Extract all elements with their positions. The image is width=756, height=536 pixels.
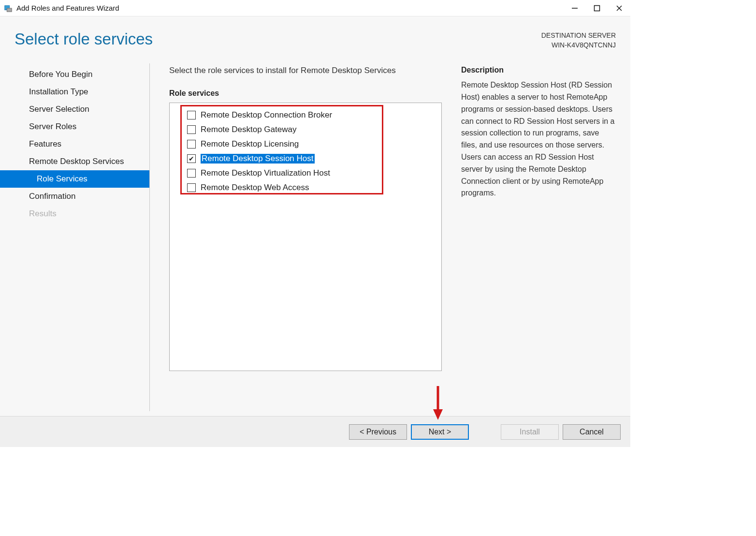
body: Before You BeginInstallation TypeServer … [0, 59, 630, 416]
footer: < Previous Next > Install Cancel [0, 416, 630, 447]
svg-rect-3 [595, 5, 600, 11]
svg-rect-1 [7, 8, 12, 12]
role-service-label: Remote Desktop Connection Broker [201, 110, 332, 120]
window-controls [564, 0, 630, 16]
role-service-item[interactable]: Remote Desktop Gateway [187, 123, 436, 136]
role-service-label: Remote Desktop Web Access [201, 183, 309, 193]
role-service-label: Remote Desktop Licensing [201, 139, 299, 149]
role-services-list[interactable]: Remote Desktop Connection BrokerRemote D… [169, 103, 442, 371]
role-service-item[interactable]: Remote Desktop Licensing [187, 138, 436, 150]
cancel-button[interactable]: Cancel [563, 424, 621, 440]
sidebar-item[interactable]: Before You Begin [0, 66, 150, 83]
sidebar-item[interactable]: Role Services [0, 170, 150, 188]
description-label: Description [461, 66, 616, 74]
window-title: Add Roles and Features Wizard [16, 4, 119, 12]
window-icon [4, 4, 13, 13]
sidebar-item[interactable]: Features [0, 135, 150, 153]
close-button[interactable] [608, 0, 630, 16]
checkbox[interactable] [187, 111, 196, 119]
role-services-label: Role services [169, 89, 442, 98]
minimize-button[interactable] [564, 0, 586, 16]
checkbox[interactable] [187, 169, 196, 178]
sidebar-item[interactable]: Confirmation [0, 188, 150, 205]
wizard-window: Add Roles and Features Wizard Select rol… [0, 0, 630, 447]
previous-button[interactable]: < Previous [349, 424, 407, 440]
titlebar: Add Roles and Features Wizard [0, 0, 630, 16]
sidebar-item[interactable]: Installation Type [0, 83, 150, 101]
checkbox[interactable] [187, 125, 196, 134]
role-service-label: Remote Desktop Gateway [201, 125, 296, 134]
sidebar-item[interactable]: Remote Desktop Services [0, 153, 150, 170]
description-text: Remote Desktop Session Host (RD Session … [461, 79, 616, 199]
role-service-item[interactable]: Remote Desktop Connection Broker [187, 109, 436, 121]
next-button[interactable]: Next > [411, 424, 469, 440]
install-button: Install [501, 424, 559, 440]
sidebar-item: Results [0, 205, 150, 223]
instruction-text: Select the role services to install for … [169, 66, 442, 75]
sidebar-item[interactable]: Server Roles [0, 118, 150, 135]
role-service-label: Remote Desktop Session Host [201, 154, 315, 164]
destination-server-info: DESTINATION SERVER WIN-K4V8QNTCNNJ [541, 30, 616, 50]
destination-label: DESTINATION SERVER [541, 31, 616, 41]
role-service-item[interactable]: Remote Desktop Virtualization Host [187, 167, 436, 179]
page-title: Select role services [15, 30, 153, 48]
main-content: Select the role services to install for … [150, 59, 630, 416]
sidebar: Before You BeginInstallation TypeServer … [0, 59, 150, 416]
role-service-label: Remote Desktop Virtualization Host [201, 168, 330, 178]
sidebar-item[interactable]: Server Selection [0, 101, 150, 118]
checkbox[interactable] [187, 183, 196, 192]
maximize-button[interactable] [586, 0, 608, 16]
header: Select role services DESTINATION SERVER … [0, 16, 630, 59]
destination-server-name: WIN-K4V8QNTCNNJ [541, 41, 616, 50]
role-service-item[interactable]: Remote Desktop Web Access [187, 181, 436, 194]
checkbox[interactable]: ✔ [187, 154, 196, 163]
checkbox[interactable] [187, 140, 196, 149]
role-service-item[interactable]: ✔Remote Desktop Session Host [187, 152, 436, 165]
